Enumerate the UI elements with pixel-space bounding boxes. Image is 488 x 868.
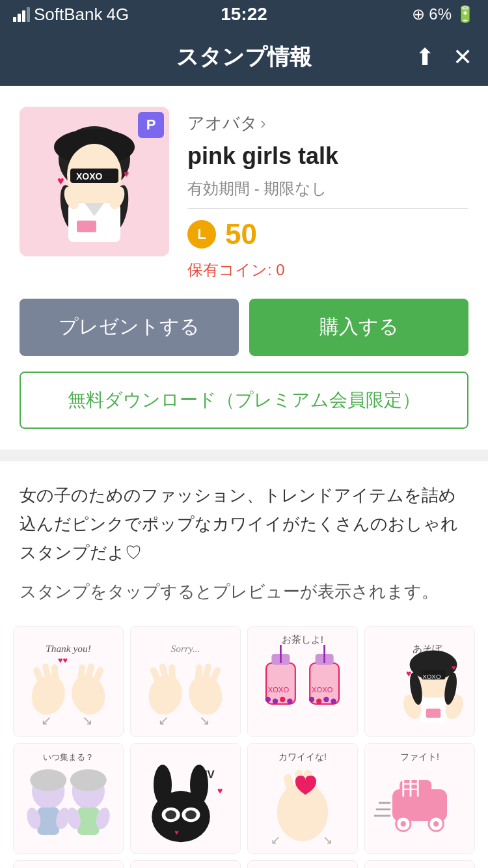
battery-percent: 6% — [429, 5, 452, 23]
svg-text:♥: ♥ — [452, 664, 456, 671]
svg-rect-138 — [248, 861, 357, 868]
svg-line-35 — [213, 670, 217, 681]
svg-point-75 — [30, 769, 66, 791]
product-validity: 有効期間 - 期限なし — [187, 178, 468, 199]
itsumatsumaru-sticker: いつ集まる？ — [14, 744, 123, 853]
svg-text:いつ集まる？: いつ集まる？ — [43, 753, 94, 762]
sticker-12[interactable]: OMG! — [364, 860, 475, 868]
omg-sticker: OMG! — [365, 861, 474, 868]
sticker-7[interactable]: カワイイな! ↙ ↘ — [247, 743, 358, 854]
sticker-grid-section: Thank you! ♥♥ ↙ ↘ — [0, 613, 488, 868]
svg-rect-76 — [37, 807, 59, 835]
svg-rect-81 — [77, 807, 100, 835]
svg-point-88 — [154, 765, 172, 805]
coin-icon: L — [187, 220, 216, 249]
svg-text:お茶しよ!: お茶しよ! — [282, 634, 323, 645]
svg-text:↘: ↘ — [82, 713, 93, 727]
product-info: アオバタ › pink girls talk 有効期間 - 期限なし L 50 … — [187, 107, 468, 280]
button-section: プレゼントする 購入する — [0, 299, 488, 372]
svg-point-57 — [331, 698, 336, 703]
free-download-section: 無料ダウンロード（プレミアム会員限定） — [0, 372, 488, 450]
battery-info: ⊕ 6% 🔋 — [412, 5, 475, 23]
share-button[interactable]: ⬆ — [415, 44, 435, 71]
svg-point-54 — [309, 696, 314, 701]
price-row: L 50 — [187, 218, 468, 251]
nav-title: スタンプ情報 — [176, 42, 312, 72]
svg-point-48 — [280, 696, 285, 701]
svg-point-49 — [287, 698, 292, 703]
svg-text:♥: ♥ — [217, 785, 223, 796]
svg-line-37 — [198, 668, 199, 679]
svg-point-80 — [70, 769, 107, 791]
close-button[interactable]: ✕ — [453, 44, 472, 71]
svg-line-34 — [172, 668, 172, 679]
svg-line-98 — [288, 778, 292, 794]
svg-text:↘: ↘ — [199, 713, 210, 727]
svg-line-21 — [46, 666, 48, 677]
svg-rect-141 — [365, 861, 474, 868]
svg-point-56 — [323, 696, 329, 701]
product-image-wrapper: XOXO ♥ ♥ P — [20, 107, 169, 280]
battery-icon: 🔋 — [455, 5, 475, 23]
sticker-grid: Thank you! ♥♥ ↙ ↘ — [13, 626, 475, 868]
svg-line-22 — [55, 668, 55, 679]
svg-line-23 — [96, 670, 100, 681]
sticker-6[interactable]: LUV ♥ ♥ — [130, 743, 241, 854]
location-icon: ⊕ — [412, 5, 425, 23]
svg-point-89 — [190, 765, 208, 805]
status-time: 15:22 — [221, 4, 267, 25]
sticker-4[interactable]: あそぼ XOXO ♥ ♥ — [364, 626, 475, 737]
signal-icon — [13, 7, 30, 22]
product-section: XOXO ♥ ♥ P — [0, 86, 488, 299]
coin-balance: 保有コイン: 0 — [187, 260, 468, 280]
omedetou-sticker: おめでとう! — [14, 861, 123, 868]
sticker-2[interactable]: Sorry... ↙ ↘ — [130, 626, 241, 737]
luv-sticker: LUV ♥ ♥ — [131, 744, 240, 853]
svg-point-47 — [273, 698, 278, 703]
svg-rect-106 — [400, 780, 431, 796]
sticker-10[interactable]: $ $ $ — [130, 860, 241, 868]
sticker-1[interactable]: Thank you! ♥♥ ↙ ↘ — [13, 626, 124, 737]
svg-line-36 — [206, 666, 208, 677]
svg-text:↙: ↙ — [271, 834, 280, 847]
svg-line-20 — [36, 670, 41, 681]
chu-sticker: chu ♡ — [248, 861, 357, 868]
svg-text:♥: ♥ — [124, 169, 129, 179]
kawaii-sticker: カワイイな! ↙ ↘ — [248, 744, 357, 853]
svg-text:カワイイな!: カワイイな! — [278, 752, 327, 762]
svg-rect-9 — [77, 221, 96, 232]
sorry-sticker: Sorry... ↙ ↘ — [131, 627, 240, 736]
faito-sticker: ファイト! — [365, 744, 474, 853]
sticker-11[interactable]: chu ♡ — [247, 860, 358, 868]
svg-point-55 — [316, 698, 321, 703]
svg-text:ファイト!: ファイト! — [400, 752, 439, 762]
svg-rect-65 — [426, 709, 441, 718]
svg-text:♥♥: ♥♥ — [58, 656, 68, 665]
svg-text:Thank you!: Thank you! — [46, 643, 91, 654]
svg-text:XOXO: XOXO — [76, 171, 103, 182]
svg-text:↙: ↙ — [158, 713, 169, 727]
svg-line-24 — [88, 666, 91, 677]
sticker-5[interactable]: いつ集まる？ — [13, 743, 124, 854]
present-button[interactable]: プレゼントする — [20, 299, 239, 356]
free-download-button[interactable]: 無料ダウンロード（プレミアム会員限定） — [20, 372, 468, 429]
svg-point-113 — [401, 821, 406, 826]
sticker-9[interactable]: おめでとう! — [13, 860, 124, 868]
product-name: pink girls talk — [187, 141, 468, 172]
svg-line-33 — [163, 666, 165, 677]
svg-rect-119 — [14, 861, 123, 868]
svg-line-25 — [81, 668, 82, 679]
svg-text:♥: ♥ — [174, 828, 179, 836]
description-section: 女の子のためのファッション、トレンドアイテムを詰め込んだピンクでポップなカワイイ… — [0, 461, 488, 613]
sticker-8[interactable]: ファイト! — [364, 743, 475, 854]
sticker-3[interactable]: お茶しよ! XOXO XOXO — [247, 626, 358, 737]
svg-text:↙: ↙ — [41, 713, 52, 727]
separator — [187, 208, 468, 209]
product-author[interactable]: アオバタ › — [187, 112, 468, 135]
svg-text:Sorry...: Sorry... — [171, 643, 200, 654]
premium-badge: P — [138, 112, 164, 138]
buy-button[interactable]: 購入する — [249, 299, 468, 356]
author-arrow: › — [260, 113, 266, 133]
svg-rect-130 — [131, 861, 240, 868]
description-text: 女の子のためのファッション、トレンドアイテムを詰め込んだピンクでポップなカワイイ… — [20, 481, 468, 567]
